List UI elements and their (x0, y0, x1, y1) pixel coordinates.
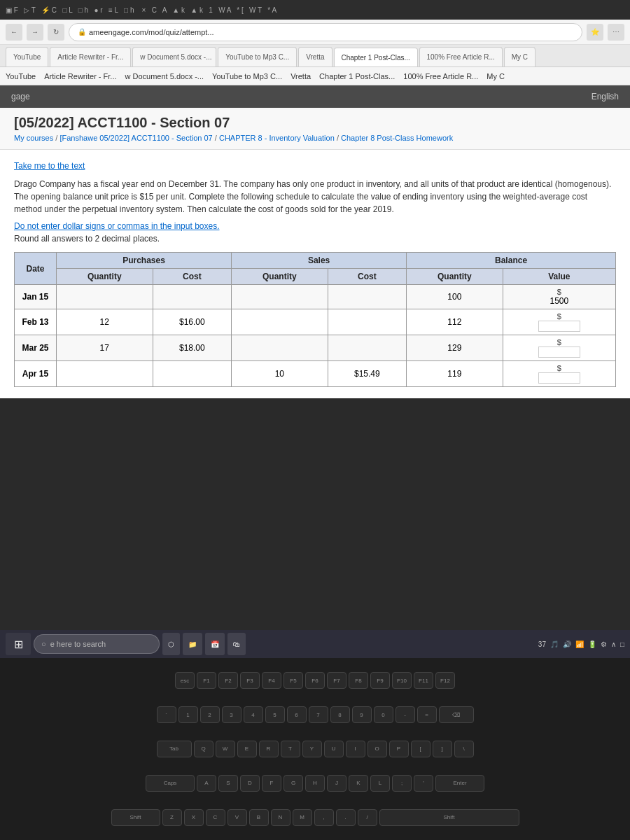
address-bar[interactable]: 🔒 ameengage.com/mod/quiz/attempt... (69, 23, 582, 41)
key-l[interactable]: L (370, 775, 390, 792)
breadcrumb-course[interactable]: [Fanshawe 05/2022] ACCT1100 - Section 07 (59, 134, 212, 142)
key-k[interactable]: K (349, 775, 368, 792)
key-z[interactable]: Z (162, 809, 182, 826)
tab-article-rewriter[interactable]: Article Rewriter - Fr... (50, 47, 131, 66)
tray-settings[interactable]: ⚙ (601, 640, 607, 648)
back-button[interactable]: ← (6, 24, 22, 41)
key-u[interactable]: U (324, 741, 344, 757)
extensions-button[interactable]: ⭐ (587, 24, 603, 41)
key-x[interactable]: X (184, 809, 204, 826)
key-backtick[interactable]: ` (157, 706, 176, 723)
fav-vretta[interactable]: Vretta (290, 72, 311, 80)
breadcrumb-chapter[interactable]: CHAPTER 8 - Inventory Valuation (219, 134, 335, 142)
key-f6[interactable]: F6 (305, 672, 325, 689)
fav-myc[interactable]: My C (486, 72, 505, 80)
key-v[interactable]: V (227, 809, 247, 826)
key-f3[interactable]: F3 (240, 672, 260, 689)
key-period[interactable]: . (336, 809, 356, 826)
key-h[interactable]: H (305, 775, 325, 792)
key-5[interactable]: 5 (265, 706, 285, 723)
key-f9[interactable]: F9 (370, 672, 390, 689)
taskbar-btn-explorer[interactable]: 📁 (183, 633, 202, 655)
key-8[interactable]: 8 (330, 706, 350, 723)
fav-100free[interactable]: 100% Free Article R... (403, 72, 478, 80)
key-f5[interactable]: F5 (284, 672, 303, 689)
input-mar25-value[interactable] (538, 346, 580, 358)
tab-myc[interactable]: My C (504, 47, 536, 66)
key-i[interactable]: I (346, 741, 365, 757)
breadcrumb-homework[interactable]: Chapter 8 Post-Class Homework (341, 134, 453, 142)
key-t[interactable]: T (281, 741, 300, 757)
key-caps[interactable]: Caps (146, 775, 195, 792)
key-b[interactable]: B (249, 809, 269, 826)
key-f12[interactable]: F12 (435, 672, 455, 689)
forward-button[interactable]: → (27, 24, 43, 41)
key-shift-left[interactable]: Shift (111, 809, 160, 826)
key-q[interactable]: Q (194, 741, 214, 757)
key-c[interactable]: C (206, 809, 225, 826)
key-y[interactable]: Y (302, 741, 322, 757)
key-w[interactable]: W (216, 741, 235, 757)
key-comma[interactable]: , (314, 809, 334, 826)
language-selector[interactable]: English (592, 92, 619, 102)
take-me-link[interactable]: Take me to the text (14, 161, 616, 171)
key-g[interactable]: G (284, 775, 303, 792)
cell-apr15-bal-value[interactable]: $ (503, 361, 615, 387)
key-semicolon[interactable]: ; (392, 775, 412, 792)
key-d[interactable]: D (240, 775, 260, 792)
taskbar-search[interactable]: ○ e here to search (34, 634, 160, 654)
settings-button[interactable]: ⋯ (608, 24, 624, 41)
key-7[interactable]: 7 (309, 706, 328, 723)
key-bracket-close[interactable]: ] (433, 741, 452, 757)
key-backspace[interactable]: ⌫ (439, 706, 474, 723)
key-f11[interactable]: F11 (414, 672, 433, 689)
tab-vretta[interactable]: Vretta (298, 47, 332, 66)
key-0[interactable]: 0 (374, 706, 393, 723)
tab-youtube-mp3[interactable]: YouTube to Mp3 C... (218, 47, 297, 66)
key-s[interactable]: S (218, 775, 238, 792)
key-r[interactable]: R (259, 741, 279, 757)
key-slash[interactable]: / (358, 809, 377, 826)
key-backslash[interactable]: \ (454, 741, 474, 757)
key-f7[interactable]: F7 (327, 672, 346, 689)
key-equals[interactable]: = (417, 706, 437, 723)
key-4[interactable]: 4 (244, 706, 263, 723)
tab-document[interactable]: w Document 5.docx -... (132, 47, 216, 66)
key-1[interactable]: 1 (178, 706, 198, 723)
key-minus[interactable]: - (396, 706, 415, 723)
key-esc[interactable]: esc (175, 672, 195, 689)
key-f4[interactable]: F4 (262, 672, 281, 689)
key-p[interactable]: P (389, 741, 409, 757)
cell-feb13-bal-value[interactable]: $ (503, 309, 615, 335)
key-e[interactable]: E (237, 741, 257, 757)
key-quote[interactable]: ' (414, 775, 433, 792)
fav-article[interactable]: Article Rewriter - Fr... (44, 72, 116, 80)
tab-chapter1[interactable]: Chapter 1 Post-Clas... (334, 48, 418, 67)
key-f[interactable]: F (262, 775, 281, 792)
tab-article-free[interactable]: 100% Free Article R... (419, 47, 503, 66)
key-o[interactable]: O (368, 741, 387, 757)
key-6[interactable]: 6 (287, 706, 307, 723)
start-button[interactable]: ⊞ (6, 633, 31, 655)
key-tab[interactable]: Tab (157, 741, 192, 757)
fav-youtube-mp3[interactable]: YouTube to Mp3 C... (212, 72, 282, 80)
key-enter[interactable]: Enter (435, 775, 484, 792)
refresh-button[interactable]: ↻ (48, 24, 64, 41)
key-m[interactable]: M (293, 809, 312, 826)
taskbar-btn-calendar[interactable]: 📅 (205, 633, 225, 655)
tray-notification[interactable]: □ (620, 640, 624, 648)
key-2[interactable]: 2 (200, 706, 220, 723)
input-feb13-value[interactable] (538, 321, 580, 332)
taskbar-btn-store[interactable]: 🛍 (227, 633, 246, 655)
key-f1[interactable]: F1 (197, 672, 216, 689)
breadcrumb-mycourses[interactable]: My courses (14, 134, 53, 142)
key-9[interactable]: 9 (352, 706, 372, 723)
key-f10[interactable]: F10 (392, 672, 412, 689)
key-a[interactable]: A (197, 775, 216, 792)
tab-youtube[interactable]: YouTube (6, 47, 48, 66)
fav-youtube[interactable]: YouTube (6, 72, 36, 80)
tray-caret[interactable]: ∧ (611, 640, 616, 648)
fav-chapter1[interactable]: Chapter 1 Post-Clas... (319, 72, 395, 80)
taskbar-btn-edge[interactable]: ⬡ (162, 633, 180, 655)
key-f2[interactable]: F2 (218, 672, 238, 689)
